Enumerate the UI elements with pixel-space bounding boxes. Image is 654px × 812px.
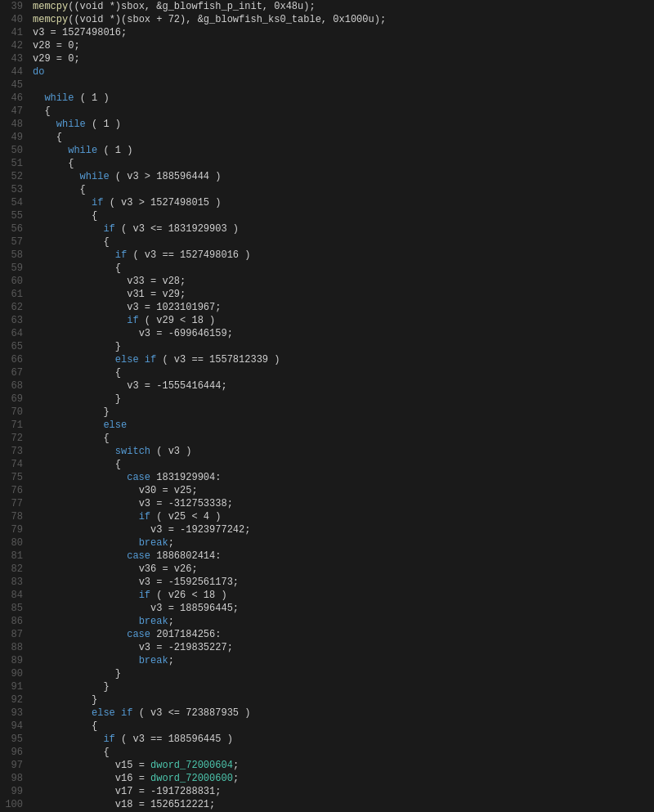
line-number: 59 [0, 262, 29, 275]
code-line: 52 while ( v3 > 188596444 ) [0, 170, 654, 183]
line-content: v29 = 0; [29, 52, 654, 65]
line-content: if ( v3 <= 1831929903 ) [29, 222, 654, 236]
line-number: 60 [0, 275, 29, 288]
code-line: 56 if ( v3 <= 1831929903 ) [0, 222, 654, 236]
line-number: 54 [0, 196, 29, 209]
line-content: { [29, 366, 654, 379]
line-number: 42 [0, 39, 29, 52]
line-number: 40 [0, 13, 29, 26]
code-line: 58 if ( v3 == 1527498016 ) [0, 249, 654, 262]
line-number: 46 [0, 92, 29, 105]
line-content: v3 = -219835227; [29, 641, 654, 654]
line-number: 91 [0, 680, 29, 693]
code-line: 51 { [0, 157, 654, 170]
line-number: 85 [0, 602, 29, 615]
line-content: if ( v25 < 4 ) [29, 510, 654, 523]
line-content: break; [29, 615, 654, 628]
line-content: while ( 1 ) [29, 92, 654, 105]
line-content: } [29, 406, 654, 419]
code-line: 53 { [0, 183, 654, 196]
line-content: { [29, 209, 654, 222]
line-number: 81 [0, 550, 29, 563]
line-content: else if ( v3 == 1557812339 ) [29, 353, 654, 366]
line-number: 52 [0, 170, 29, 183]
line-content: { [29, 183, 654, 196]
line-number: 68 [0, 379, 29, 393]
line-content: do [29, 65, 654, 79]
line-content: break; [29, 536, 654, 550]
code-line: 74 { [0, 458, 654, 471]
line-content: else [29, 419, 654, 432]
line-content: v30 = v25; [29, 484, 654, 497]
code-line: 86 break; [0, 615, 654, 628]
line-content: if ( v3 == 188596445 ) [29, 733, 654, 746]
line-content: if ( v3 > 1527498015 ) [29, 196, 654, 209]
line-content: while ( 1 ) [29, 118, 654, 131]
code-line: 92 } [0, 693, 654, 707]
line-number: 73 [0, 445, 29, 458]
line-number: 47 [0, 105, 29, 118]
line-number: 99 [0, 785, 29, 798]
line-number: 90 [0, 667, 29, 680]
code-line: 69 } [0, 393, 654, 406]
line-number: 84 [0, 589, 29, 602]
line-content: { [29, 458, 654, 471]
code-line: 50 while ( 1 ) [0, 144, 654, 157]
code-line: 47 { [0, 105, 654, 118]
line-content: { [29, 432, 654, 445]
line-number: 78 [0, 510, 29, 523]
code-line: 80 break; [0, 536, 654, 550]
code-line: 82 v36 = v26; [0, 563, 654, 576]
line-number: 67 [0, 366, 29, 379]
line-content: case 1831929904: [29, 471, 654, 484]
line-content: v36 = v26; [29, 563, 654, 576]
code-line: 75 case 1831929904: [0, 471, 654, 484]
line-number: 51 [0, 157, 29, 170]
code-line: 68 v3 = -1555416444; [0, 379, 654, 393]
code-line: 91 } [0, 680, 654, 693]
code-line: 49 { [0, 131, 654, 144]
code-line: 57 { [0, 236, 654, 249]
line-number: 57 [0, 236, 29, 249]
code-line: 65 } [0, 340, 654, 353]
line-number: 66 [0, 353, 29, 366]
line-number: 63 [0, 314, 29, 327]
code-line: 70 } [0, 406, 654, 419]
code-line: 44do [0, 65, 654, 79]
line-content: case 2017184256: [29, 628, 654, 641]
code-line: 63 if ( v29 < 18 ) [0, 314, 654, 327]
code-line: 89 break; [0, 654, 654, 667]
code-line: 83 v3 = -1592561173; [0, 576, 654, 589]
line-content: } [29, 393, 654, 406]
code-line: 95 if ( v3 == 188596445 ) [0, 733, 654, 746]
code-line: 87 case 2017184256: [0, 628, 654, 641]
line-number: 72 [0, 432, 29, 445]
line-content: { [29, 262, 654, 275]
code-lines: 39memcpy((void *)sbox, &g_blowfish_p_ini… [0, 0, 654, 812]
code-line: 61 v31 = v29; [0, 288, 654, 301]
line-number: 100 [0, 798, 29, 811]
line-number: 62 [0, 301, 29, 314]
line-number: 77 [0, 497, 29, 510]
line-number: 94 [0, 720, 29, 733]
code-line: 54 if ( v3 > 1527498015 ) [0, 196, 654, 209]
line-number: 80 [0, 536, 29, 550]
code-line: 93 else if ( v3 <= 723887935 ) [0, 707, 654, 720]
line-content: v16 = dword_72000600; [29, 772, 654, 785]
line-content: v3 = -699646159; [29, 327, 654, 340]
line-content: v28 = 0; [29, 39, 654, 52]
code-line: 42v28 = 0; [0, 39, 654, 52]
code-line: 78 if ( v25 < 4 ) [0, 510, 654, 523]
line-number: 61 [0, 288, 29, 301]
code-line: 62 v3 = 1023101967; [0, 301, 654, 314]
line-number: 87 [0, 628, 29, 641]
code-line: 71 else [0, 419, 654, 432]
line-content: } [29, 680, 654, 693]
code-line: 59 { [0, 262, 654, 275]
line-content: v3 = -1923977242; [29, 523, 654, 536]
line-content: { [29, 746, 654, 759]
line-content: if ( v3 == 1527498016 ) [29, 249, 654, 262]
line-number: 95 [0, 733, 29, 746]
line-content: v33 = v28; [29, 275, 654, 288]
line-number: 39 [0, 0, 29, 13]
